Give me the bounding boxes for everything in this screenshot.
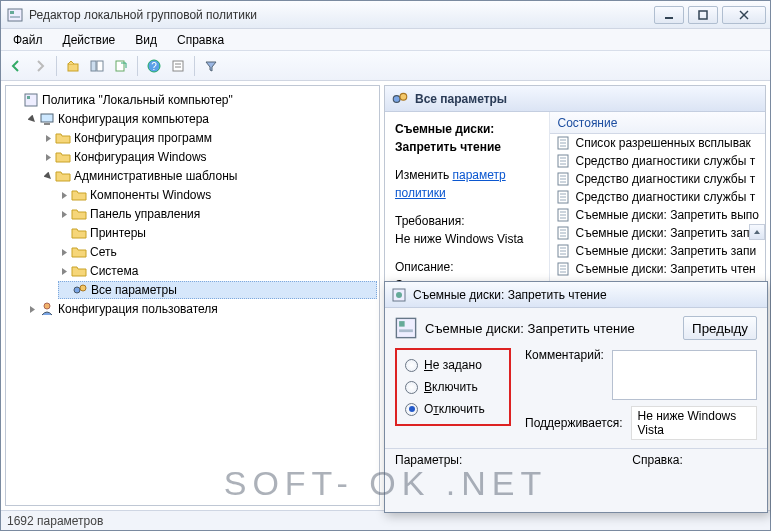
toolbar: ? (1, 51, 770, 81)
menu-view[interactable]: Вид (125, 29, 167, 50)
properties-button[interactable] (167, 55, 189, 77)
status-text: 1692 параметров (7, 514, 103, 528)
list-item[interactable]: Средство диагностики службы т (550, 170, 766, 188)
svg-point-23 (393, 95, 400, 102)
folder-icon (55, 130, 71, 146)
up-button[interactable] (62, 55, 84, 77)
detail-header: Все параметры (385, 86, 765, 112)
svg-point-20 (74, 287, 80, 293)
settings-icon (72, 282, 88, 298)
svg-rect-1 (10, 11, 14, 14)
tree-root-label: Политика "Локальный компьютер" (42, 93, 233, 107)
folder-icon (71, 187, 87, 203)
minimize-button[interactable] (654, 6, 684, 24)
dialog-heading: Съемные диски: Запретить чтение (425, 321, 635, 336)
folder-icon (71, 225, 87, 241)
app-icon (7, 7, 23, 23)
tree-windows-config[interactable]: Конфигурация Windows (42, 148, 377, 166)
setting-title: Съемные диски: Запретить чтение (395, 122, 501, 154)
forward-button[interactable] (29, 55, 51, 77)
tree-pane[interactable]: Политика "Локальный компьютер" Конфигура… (5, 85, 380, 506)
list-item[interactable]: Список разрешенных всплывак (550, 134, 766, 152)
tree-all-params[interactable]: Все параметры (58, 281, 377, 299)
back-button[interactable] (5, 55, 27, 77)
svg-text:?: ? (151, 61, 157, 72)
previous-button[interactable]: Предыду (683, 316, 757, 340)
policy-item-icon (556, 243, 572, 259)
settings-icon (391, 90, 409, 108)
svg-rect-19 (44, 123, 50, 125)
svg-rect-9 (97, 61, 103, 71)
titlebar: Редактор локальной групповой политики (1, 1, 770, 29)
policy-item-icon (556, 171, 572, 187)
svg-point-22 (44, 303, 50, 309)
folder-icon (71, 263, 87, 279)
svg-rect-8 (91, 61, 96, 71)
menu-action[interactable]: Действие (53, 29, 126, 50)
radio-enabled[interactable]: Включить (405, 380, 501, 394)
policy-dialog: Съемные диски: Запретить чтение Съемные … (384, 281, 768, 513)
tree-admin-templates[interactable]: Административные шаблоны (42, 167, 377, 185)
policy-item-icon (556, 207, 572, 223)
scroll-up-button[interactable] (749, 224, 765, 240)
list-item[interactable]: Средство диагностики службы т (550, 188, 766, 206)
column-state[interactable]: Состояние (550, 112, 766, 134)
comment-input[interactable] (612, 350, 757, 400)
radio-not-configured[interactable]: Не задано (405, 358, 501, 372)
svg-rect-2 (10, 16, 20, 18)
comment-label: Комментарий: (525, 348, 604, 400)
show-hide-tree-button[interactable] (86, 55, 108, 77)
svg-rect-7 (68, 64, 78, 71)
tree-control-panel[interactable]: Панель управления (58, 205, 377, 223)
svg-point-21 (80, 285, 86, 291)
params-label: Параметры: (395, 453, 462, 467)
help-button[interactable]: ? (143, 55, 165, 77)
svg-rect-0 (8, 9, 22, 21)
status-bar: 1692 параметров (1, 510, 770, 530)
tree-computer-config[interactable]: Конфигурация компьютера (26, 110, 377, 128)
policy-item-icon (556, 153, 572, 169)
policy-setting-icon (395, 317, 417, 339)
policy-item-icon (556, 225, 572, 241)
tree-printers[interactable]: Принтеры (58, 224, 377, 242)
svg-rect-17 (27, 96, 30, 99)
close-button[interactable] (722, 6, 766, 24)
state-radio-group: Не задано Включить Отключить (395, 348, 511, 426)
filter-button[interactable] (200, 55, 222, 77)
svg-rect-18 (41, 114, 53, 122)
svg-point-58 (396, 292, 402, 298)
policy-setting-icon (391, 287, 407, 303)
supported-value: Не ниже Windows Vista (631, 406, 758, 440)
menubar: Файл Действие Вид Справка (1, 29, 770, 51)
policy-item-icon (556, 189, 572, 205)
folder-icon (55, 168, 71, 184)
tree-win-components[interactable]: Компоненты Windows (58, 186, 377, 204)
list-item[interactable]: Съемные диски: Запретить выпо (550, 206, 766, 224)
maximize-button[interactable] (688, 6, 718, 24)
svg-point-24 (400, 93, 407, 100)
policy-item-icon (556, 135, 572, 151)
list-item[interactable]: Средство диагностики службы т (550, 152, 766, 170)
help-label: Справка: (632, 453, 682, 467)
tree-network[interactable]: Сеть (58, 243, 377, 261)
menu-help[interactable]: Справка (167, 29, 234, 50)
policy-icon (23, 92, 39, 108)
menu-file[interactable]: Файл (3, 29, 53, 50)
folder-icon (71, 206, 87, 222)
export-button[interactable] (110, 55, 132, 77)
list-item[interactable]: Съемные диски: Запретить запи (550, 224, 766, 242)
tree-root[interactable]: Политика "Локальный компьютер" (10, 91, 377, 109)
radio-disabled[interactable]: Отключить (405, 402, 501, 416)
svg-rect-61 (399, 329, 413, 332)
svg-rect-13 (173, 61, 183, 71)
tree-system[interactable]: Система (58, 262, 377, 280)
list-item[interactable]: Съемные диски: Запретить чтен (550, 260, 766, 278)
window-title: Редактор локальной групповой политики (29, 8, 654, 22)
computer-icon (39, 111, 55, 127)
supported-label: Поддерживается: (525, 416, 623, 430)
tree-user-config[interactable]: Конфигурация пользователя (26, 300, 377, 318)
policy-item-icon (556, 261, 572, 277)
tree-software-config[interactable]: Конфигурация программ (42, 129, 377, 147)
list-item[interactable]: Съемные диски: Запретить запи (550, 242, 766, 260)
folder-icon (55, 149, 71, 165)
